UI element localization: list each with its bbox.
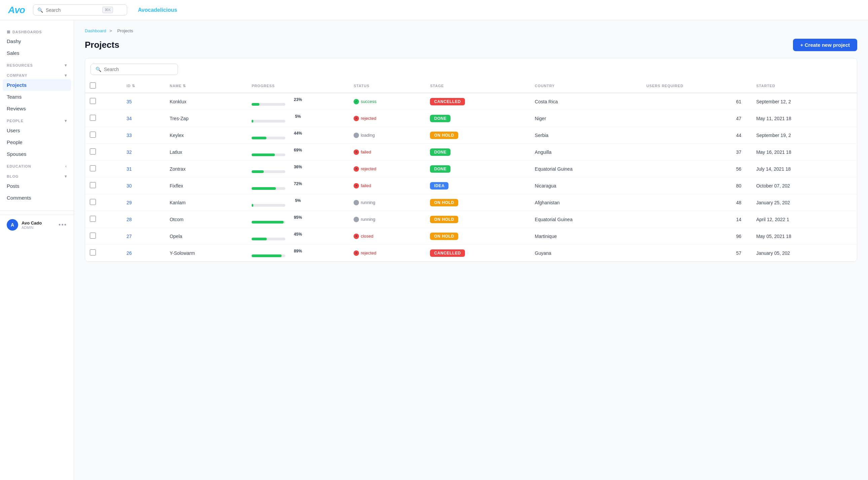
row-stage: CANCELLED	[425, 245, 530, 262]
row-checkbox-cell[interactable]	[85, 194, 122, 211]
row-name: Tres-Zap	[165, 110, 247, 127]
col-country: COUNTRY	[530, 79, 642, 93]
sidebar-item-reviews[interactable]: Reviews	[0, 103, 74, 115]
row-progress: 45%	[247, 228, 349, 245]
stage-badge: ON HOLD	[430, 199, 458, 206]
row-checkbox-cell[interactable]	[85, 228, 122, 245]
row-users-required: 56	[642, 160, 751, 177]
topnav-search-input[interactable]	[46, 7, 100, 13]
row-started: May 11, 2021 18	[752, 110, 857, 127]
row-id[interactable]: 31	[122, 160, 165, 177]
row-checkbox[interactable]	[90, 165, 96, 171]
row-checkbox-cell[interactable]	[85, 93, 122, 110]
row-progress: 5%	[247, 110, 349, 127]
status-dot-icon: ✕	[353, 183, 359, 188]
row-checkbox-cell[interactable]	[85, 177, 122, 194]
row-progress: 69%	[247, 144, 349, 160]
page-title: Projects	[85, 40, 119, 50]
row-name: Otcom	[165, 211, 247, 228]
row-checkbox[interactable]	[90, 216, 96, 222]
company-section-label: COMPANY ▾	[0, 69, 74, 79]
breadcrumb-dashboard[interactable]: Dashboard	[85, 28, 106, 33]
row-started: January 05, 202	[752, 245, 857, 262]
create-project-button[interactable]: + Create new project	[793, 39, 857, 51]
row-id[interactable]: 32	[122, 144, 165, 160]
row-progress: 36%	[247, 160, 349, 177]
row-id[interactable]: 35	[122, 93, 165, 110]
status-dot-icon: ✕	[353, 116, 359, 121]
sidebar-item-teams[interactable]: Teams	[0, 91, 74, 103]
sidebar-item-people[interactable]: People	[0, 136, 74, 148]
row-name: Kanlam	[165, 194, 247, 211]
status-text: rejected	[361, 116, 376, 121]
row-checkbox-cell[interactable]	[85, 245, 122, 262]
row-checkbox[interactable]	[90, 98, 96, 104]
row-checkbox-cell[interactable]	[85, 110, 122, 127]
row-checkbox-cell[interactable]	[85, 160, 122, 177]
col-id[interactable]: ID ⇅	[122, 79, 165, 93]
row-checkbox-cell[interactable]	[85, 211, 122, 228]
stage-badge: IDEA	[430, 182, 448, 189]
sidebar-item-dashy[interactable]: Dashy	[0, 35, 74, 47]
topnav-search-bar[interactable]: 🔍 ⌘K	[33, 4, 127, 16]
table-row: 29 Kanlam 5% running ON HOLD Afghanistan…	[85, 194, 857, 211]
topnav: Avo 🔍 ⌘K Avocadelicious	[0, 0, 868, 20]
table-row: 30 Fixflex 72% ✕ failed IDEA Nicaragua 8…	[85, 177, 857, 194]
row-country: Equatorial Guinea	[530, 211, 642, 228]
row-id[interactable]: 26	[122, 245, 165, 262]
row-checkbox[interactable]	[90, 199, 96, 205]
row-progress: 72%	[247, 177, 349, 194]
table-search-area: 🔍	[85, 58, 857, 75]
sidebar-item-label: Teams	[7, 94, 22, 100]
sidebar-item-spouses[interactable]: Spouses	[0, 148, 74, 160]
status-text: failed	[361, 183, 371, 188]
row-country: Martinique	[530, 228, 642, 245]
row-stage: ON HOLD	[425, 228, 530, 245]
row-id[interactable]: 33	[122, 127, 165, 144]
sidebar-item-posts[interactable]: Posts	[0, 180, 74, 192]
row-status: ✓ success	[349, 93, 425, 110]
row-checkbox[interactable]	[90, 249, 96, 256]
row-id[interactable]: 27	[122, 228, 165, 245]
user-menu-button[interactable]: •••	[59, 221, 67, 229]
row-checkbox-cell[interactable]	[85, 127, 122, 144]
status-dot-icon: ✕	[353, 250, 359, 256]
select-all-header[interactable]	[85, 79, 122, 93]
row-id[interactable]: 30	[122, 177, 165, 194]
row-checkbox-cell[interactable]	[85, 144, 122, 160]
row-id[interactable]: 34	[122, 110, 165, 127]
sidebar-item-projects[interactable]: Projects	[3, 79, 71, 91]
sidebar-item-users[interactable]: Users	[0, 124, 74, 136]
stage-badge: CANCELLED	[430, 249, 465, 257]
select-all-checkbox[interactable]	[90, 83, 96, 89]
row-id[interactable]: 29	[122, 194, 165, 211]
row-checkbox[interactable]	[90, 131, 96, 138]
breadcrumb-separator: >	[109, 28, 112, 33]
breadcrumb-current: Projects	[117, 28, 133, 33]
row-checkbox[interactable]	[90, 115, 96, 121]
col-progress: PROGRESS	[247, 79, 349, 93]
row-progress: 89%	[247, 245, 349, 262]
table-search-input-wrapper[interactable]: 🔍	[91, 64, 178, 75]
col-name[interactable]: NAME ⇅	[165, 79, 247, 93]
table-row: 31 Zontrax 36% ✕ rejected DONE Equatoria…	[85, 160, 857, 177]
sidebar-item-sales[interactable]: Sales	[0, 47, 74, 59]
row-country: Serbia	[530, 127, 642, 144]
row-checkbox[interactable]	[90, 233, 96, 239]
row-progress: 44%	[247, 127, 349, 144]
table-search-input[interactable]	[104, 67, 173, 72]
status-text: success	[361, 99, 376, 104]
education-section-label: EDUCATION ‹	[0, 160, 74, 170]
row-status: running	[349, 211, 425, 228]
row-checkbox[interactable]	[90, 182, 96, 188]
sidebar-item-comments[interactable]: Comments	[0, 192, 74, 204]
row-country: Guyana	[530, 245, 642, 262]
row-name: Latlux	[165, 144, 247, 160]
row-checkbox[interactable]	[90, 148, 96, 154]
row-id[interactable]: 28	[122, 211, 165, 228]
projects-table: ID ⇅ NAME ⇅ PROGRESS STATUS STAGE COUNTR…	[85, 79, 857, 262]
sidebar-item-label: Comments	[7, 195, 31, 201]
page-header: Projects + Create new project	[85, 39, 857, 51]
row-country: Niger	[530, 110, 642, 127]
status-dot-icon: ✕	[353, 149, 359, 155]
